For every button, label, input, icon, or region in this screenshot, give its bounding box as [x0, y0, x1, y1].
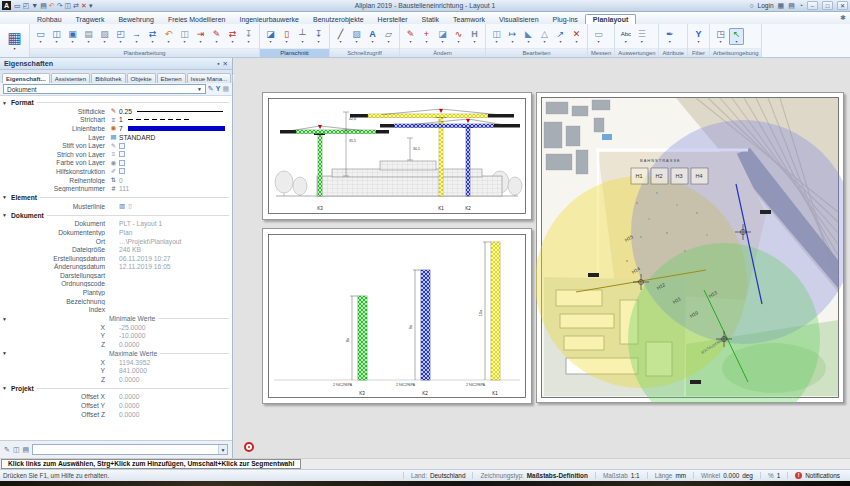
- viewport-icon[interactable]: ▦▾: [0, 24, 30, 57]
- undo-place-icon[interactable]: ↶▾: [161, 29, 176, 44]
- section-new-icon[interactable]: ◪▾: [263, 29, 278, 44]
- property-value[interactable]: 12.11.2019 16:05: [119, 263, 171, 270]
- checkbox[interactable]: [119, 160, 125, 166]
- section-header-projekt[interactable]: ▼Projekt: [2, 384, 229, 393]
- property-value[interactable]: 1194.3952: [119, 359, 150, 366]
- gear-icon[interactable]: ✱: [840, 14, 846, 22]
- property-value[interactable]: -10.0000: [119, 332, 145, 339]
- pin-icon[interactable]: ▪: [217, 60, 219, 68]
- document-ref-icon[interactable]: ◫▾: [177, 29, 192, 44]
- resize-icon[interactable]: ↗▾: [553, 29, 568, 44]
- stretch-icon[interactable]: H▾: [467, 29, 482, 44]
- property-value[interactable]: 111: [119, 185, 129, 192]
- edit-pen-icon[interactable]: ✎: [4, 446, 10, 454]
- copy-icon[interactable]: ◫▾: [489, 29, 504, 44]
- property-value[interactable]: 1: [119, 116, 123, 123]
- section-edit-icon[interactable]: ▯▾: [279, 29, 294, 44]
- qa-new-icon[interactable]: ▭: [14, 1, 21, 11]
- panel-tab-objekte[interactable]: Objekte: [127, 73, 156, 83]
- property-value[interactable]: 06.11.2019 10:27: [119, 255, 171, 262]
- menu-tab-visualisieren[interactable]: Visualisieren: [492, 15, 546, 24]
- edit-plan-icon[interactable]: ✎▾: [209, 29, 224, 44]
- qa-save-icon[interactable]: ▼: [31, 1, 38, 11]
- property-value[interactable]: 841.0000: [119, 367, 147, 374]
- property-value[interactable]: PLT - Layout 1: [119, 220, 162, 227]
- rotate-icon[interactable]: △▾: [537, 29, 552, 44]
- section-header-minimale-werte[interactable]: ▼Minimale Werte: [2, 314, 229, 323]
- text-icon[interactable]: A▾: [365, 29, 380, 44]
- minimize-button[interactable]: –: [807, 1, 818, 10]
- menu-tab-benutzerobjekte[interactable]: Benutzerobjekte: [306, 15, 371, 24]
- menu-tab-rohbau[interactable]: Rohbau: [30, 15, 69, 24]
- status-field-value[interactable]: 1:1: [631, 472, 640, 479]
- hatch-icon[interactable]: ▨▾: [349, 29, 364, 44]
- spline-icon[interactable]: ∿▾: [451, 29, 466, 44]
- menu-tab-hersteller[interactable]: Hersteller: [371, 15, 415, 24]
- plan-new-icon[interactable]: ▭▾: [33, 29, 48, 44]
- help-icon[interactable]: ◔: [799, 2, 803, 9]
- section-header-format[interactable]: ▼Format: [2, 98, 229, 107]
- panel-tab-issue-mana[interactable]: Issue Mana...: [187, 73, 232, 83]
- property-value[interactable]: 0.0000: [119, 376, 139, 383]
- object-selector[interactable]: Dokument ▼: [3, 84, 206, 94]
- qa-close-icon[interactable]: ✕: [81, 1, 87, 11]
- section-header-element[interactable]: ▼Element: [2, 193, 229, 202]
- menu-tab-bewehrung[interactable]: Bewehrung: [111, 15, 160, 24]
- section-header-maximale-werte[interactable]: ▼Maximale Werte: [2, 349, 229, 358]
- menu-tab-planlayout[interactable]: Planlayout: [585, 14, 636, 24]
- place-document-icon[interactable]: →▾: [129, 29, 144, 44]
- swap-document-icon[interactable]: ⇄▾: [145, 29, 160, 44]
- measure-icon[interactable]: ▭▾: [591, 29, 606, 44]
- pattern-line-icon[interactable]: ▥: [119, 202, 125, 210]
- line-icon[interactable]: ╱▾: [333, 29, 348, 44]
- status-field-value[interactable]: 1: [777, 472, 781, 479]
- qa-print-icon[interactable]: ▤: [40, 1, 47, 11]
- qa-copy-icon[interactable]: ◫: [65, 1, 72, 11]
- property-value[interactable]: 0.25: [119, 108, 132, 115]
- export-plan-icon[interactable]: ⇥▾: [193, 29, 208, 44]
- section-line-icon[interactable]: ┴▾: [295, 29, 310, 44]
- sheet-site-plan[interactable]: H1 H2 H3 H4 H15 H14 H13 H12 H11 H10 BAHN…: [536, 92, 844, 403]
- plan-compare-icon[interactable]: ◳▾: [713, 29, 728, 44]
- update-plan-icon[interactable]: ⇄▾: [225, 29, 240, 44]
- qa-redo-icon[interactable]: ↷: [57, 1, 63, 11]
- pattern-off-icon[interactable]: ▯: [128, 202, 132, 210]
- property-value[interactable]: 0: [119, 177, 123, 184]
- property-value[interactable]: 246 KB: [119, 246, 141, 253]
- menu-tab-teamwork[interactable]: Teamwork: [446, 15, 492, 24]
- plan-setup-icon[interactable]: ▤▾: [81, 29, 96, 44]
- status-field-value[interactable]: mm: [675, 472, 686, 479]
- section-header-dokument[interactable]: ▼Dokument: [2, 211, 229, 220]
- qa-open-icon[interactable]: ◰: [23, 1, 30, 11]
- plan-window-icon[interactable]: ▣▾: [65, 29, 80, 44]
- panel-tab-ebenen[interactable]: Ebenen: [157, 73, 186, 83]
- report-icon[interactable]: Abc▾: [618, 29, 633, 44]
- status-field-value[interactable]: 0.000: [723, 472, 739, 479]
- menu-tab-plug-ins[interactable]: Plug-ins: [546, 15, 585, 24]
- move-icon[interactable]: ↦▾: [505, 29, 520, 44]
- property-value[interactable]: Plan: [119, 229, 132, 236]
- property-value[interactable]: STANDARD: [119, 134, 155, 141]
- maximize-button[interactable]: □: [822, 1, 833, 10]
- qa-more-icon[interactable]: ▾: [89, 1, 93, 11]
- attribute-icon[interactable]: ✒▾: [662, 29, 677, 44]
- props-edit-icon[interactable]: ◪▾: [435, 29, 450, 44]
- menu-tab-statik[interactable]: Statik: [415, 15, 447, 24]
- favorites-combo[interactable]: ▼: [32, 444, 228, 455]
- mirror-icon[interactable]: ◣▾: [521, 29, 536, 44]
- modify-pen-icon[interactable]: ✎▾: [403, 29, 418, 44]
- property-value[interactable]: 0.0000: [119, 402, 139, 409]
- login-button[interactable]: Login: [758, 2, 774, 9]
- panel-close-icon[interactable]: ✕: [223, 60, 228, 68]
- polygon-icon[interactable]: ▱▾: [381, 29, 396, 44]
- drawing-canvas[interactable]: 42,0 35,5 30,1 K3 K1 K2 8x 2 94C296PA K3: [234, 58, 850, 458]
- property-value[interactable]: 0.0000: [119, 341, 139, 348]
- property-value[interactable]: …\Projekt\Planlayout: [119, 238, 181, 245]
- checkbox[interactable]: [119, 151, 125, 157]
- sheet-tower-sections[interactable]: 8x 2 94C296PA K3 9x 2 94C296PA K2 10x: [262, 228, 532, 404]
- property-value[interactable]: 7: [119, 125, 123, 132]
- delete-icon[interactable]: ✕▾: [569, 29, 584, 44]
- window-new-icon[interactable]: ◰▾: [113, 29, 128, 44]
- status-field-value[interactable]: Maßstabs-Definition: [527, 472, 588, 479]
- checkbox[interactable]: [119, 143, 125, 149]
